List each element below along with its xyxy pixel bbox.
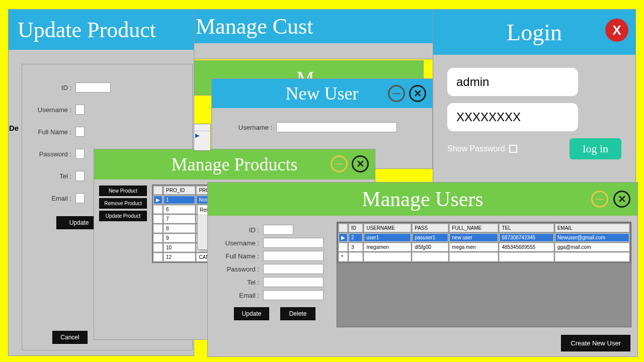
- tel-label: Tel :: [26, 172, 71, 180]
- mu-username-label: Username :: [214, 239, 259, 247]
- id-label: ID :: [26, 84, 71, 92]
- manage-products-minimize-icon[interactable]: ─: [331, 155, 348, 172]
- manage-customers-window: Manage Cust: [186, 9, 468, 59]
- remove-product-button[interactable]: Remove Product: [99, 198, 147, 209]
- create-new-user-button[interactable]: Create New User: [561, 335, 630, 351]
- new-user-username-input[interactable]: [276, 122, 397, 132]
- mu-fullname-label: Full Name :: [214, 252, 259, 260]
- new-user-minimize-icon[interactable]: ─: [388, 85, 405, 102]
- mu-email-label: Email :: [214, 292, 259, 299]
- manage-users-close-icon[interactable]: ✕: [613, 191, 630, 208]
- product-actions: New Product Remove Product Update Produc…: [99, 185, 147, 263]
- new-user-close-icon[interactable]: ✕: [409, 85, 426, 102]
- manage-users-minimize-icon[interactable]: ─: [591, 191, 608, 208]
- username-label: Username :: [26, 106, 71, 114]
- mu-password-input[interactable]: [263, 264, 324, 274]
- login-password-input[interactable]: XXXXXXXX: [447, 103, 578, 131]
- id-input[interactable]: [75, 82, 111, 93]
- new-user-username-label: Username :: [222, 124, 272, 131]
- fullname-label: Full Name :: [26, 128, 71, 136]
- mu-id-input[interactable]: [263, 225, 293, 235]
- users-table-wrap: IDUSERNAMEPASSFULL_NAMETELEMAIL ▶2user1p…: [337, 222, 631, 327]
- manage-users-window: Manage Users ─ ✕ ID : Username : Full Na…: [207, 182, 638, 357]
- user-form: ID : Username : Full Name : Password : T…: [214, 222, 330, 327]
- mu-tel-label: Tel :: [214, 279, 259, 286]
- login-window: Login X admin XXXXXXXX Show Password log…: [433, 9, 636, 185]
- login-close-icon[interactable]: X: [605, 19, 628, 42]
- login-button[interactable]: log in: [570, 138, 621, 159]
- manage-products-close-icon[interactable]: ✕: [352, 155, 369, 172]
- update-product-button2[interactable]: Update Product: [99, 211, 147, 221]
- manage-users-title: Manage Users: [208, 183, 637, 216]
- show-password-checkbox[interactable]: [509, 145, 517, 153]
- login-username-input[interactable]: admin: [447, 68, 578, 96]
- email-input[interactable]: [75, 193, 85, 203]
- mu-email-input[interactable]: [263, 290, 324, 300]
- tel-input[interactable]: [75, 171, 85, 181]
- mu-update-button[interactable]: Update: [234, 307, 269, 320]
- users-table[interactable]: IDUSERNAMEPASSFULL_NAMETELEMAIL ▶2user1p…: [337, 222, 631, 263]
- col-proid: PRO_ID: [164, 186, 195, 195]
- mu-id-label: ID :: [214, 226, 259, 234]
- mu-delete-button[interactable]: Delete: [280, 307, 315, 320]
- username-input[interactable]: [75, 105, 85, 115]
- update-product-title: Update Product: [9, 10, 194, 50]
- fullname-input[interactable]: [75, 127, 85, 137]
- email-label: Email :: [26, 195, 71, 202]
- mini-grid: ▶: [194, 124, 211, 151]
- mu-fullname-input[interactable]: [263, 251, 324, 261]
- mu-tel-input[interactable]: [263, 277, 324, 287]
- manage-customers-title: Manage Cust: [187, 10, 467, 43]
- de-label: De: [9, 124, 19, 132]
- password-label: Password :: [26, 150, 71, 158]
- mu-password-label: Password :: [214, 265, 259, 273]
- mu-username-input[interactable]: [263, 238, 324, 248]
- password-input[interactable]: [75, 149, 85, 159]
- cancel-button[interactable]: Cancel: [52, 331, 88, 344]
- new-product-button[interactable]: New Product: [99, 186, 147, 196]
- show-password-label: Show Password: [447, 144, 505, 153]
